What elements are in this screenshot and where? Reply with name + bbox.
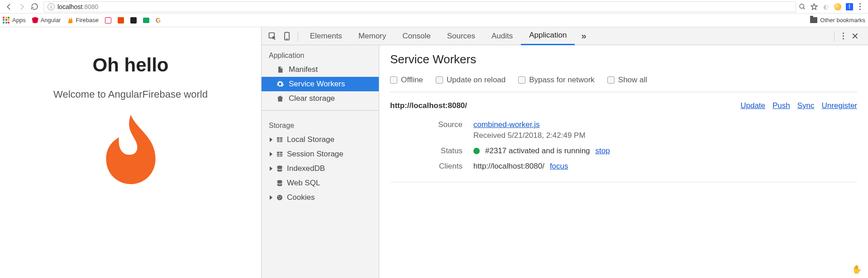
service-workers-panel: Service Workers Offline Update on reload…: [379, 45, 868, 278]
browser-menu-button[interactable]: [858, 1, 863, 12]
sw-row-source: Source combined-worker.js Received 5/21/…: [390, 120, 857, 140]
tab-memory[interactable]: Memory: [350, 27, 394, 45]
tab-console[interactable]: Console: [394, 27, 439, 45]
bookmark-6-icon: [130, 17, 137, 24]
sidebar-item-websql[interactable]: Web SQL: [262, 176, 379, 190]
expand-icon[interactable]: [270, 137, 272, 142]
checkbox[interactable]: [607, 76, 615, 84]
bookmark-7[interactable]: [143, 18, 149, 23]
sw-action-push[interactable]: Push: [773, 101, 790, 110]
application-sidebar: Application Manifest Service Workers Cle…: [262, 45, 379, 278]
sidebar-item-local-storage[interactable]: Local Storage: [262, 132, 379, 147]
folder-icon: [810, 17, 817, 23]
site-info-icon[interactable]: i: [48, 3, 55, 10]
bookmark-5[interactable]: [118, 17, 124, 24]
panel-options-row: Offline Update on reload Bypass for netw…: [390, 73, 857, 92]
bookmark-8[interactable]: G: [156, 17, 161, 24]
trash-icon: [276, 94, 284, 103]
ext-icon-3[interactable]: !: [846, 3, 853, 10]
sidebar-item-cookies[interactable]: Cookies: [262, 190, 379, 205]
main-area: Oh hello Welcome to AngularFirebase worl…: [0, 27, 868, 278]
sidebar-item-label: Clear storage: [289, 94, 335, 103]
sidebar-item-indexeddb[interactable]: IndexedDB: [262, 161, 379, 176]
nav-right-icons: ◐ !: [799, 1, 865, 12]
apps-icon: [3, 17, 10, 24]
inspect-element-button[interactable]: [265, 29, 280, 43]
flame-icon: [101, 114, 160, 186]
panel-title: Service Workers: [390, 52, 857, 66]
bookmarks-bar: Apps Angular Firebase G Other bookmarks: [0, 14, 868, 27]
firebase-icon: [67, 17, 73, 24]
bookmark-4-icon: [105, 17, 111, 24]
sidebar-section-storage: Storage: [262, 115, 379, 132]
tab-sources[interactable]: Sources: [439, 27, 483, 45]
browser-nav-bar: i localhost:8080 ◐ !: [0, 0, 868, 14]
option-label: Update on reload: [447, 75, 506, 85]
tab-audits[interactable]: Audits: [483, 27, 521, 45]
devtools-tab-bar: Elements Memory Console Sources Audits A…: [262, 27, 868, 45]
bookmark-firebase[interactable]: Firebase: [67, 17, 99, 24]
devtools: Elements Memory Console Sources Audits A…: [261, 27, 868, 278]
devtools-menu-button[interactable]: [841, 31, 846, 41]
sw-action-update[interactable]: Update: [740, 101, 765, 110]
devtools-close-button[interactable]: ✕: [849, 31, 862, 42]
option-show-all[interactable]: Show all: [607, 75, 647, 85]
bookmark-5-icon: [118, 17, 124, 24]
right-separator: [834, 31, 835, 41]
cookie-icon: [276, 194, 283, 201]
sw-status-stop[interactable]: stop: [596, 146, 610, 155]
option-bypass-for-network[interactable]: Bypass for network: [518, 75, 595, 85]
sidebar-item-label: Cookies: [287, 193, 315, 202]
star-icon[interactable]: [811, 3, 818, 10]
reload-button[interactable]: [28, 0, 41, 13]
page-content: Oh hello Welcome to AngularFirebase worl…: [0, 27, 261, 278]
back-button[interactable]: [3, 0, 15, 13]
row-label: Source: [390, 120, 463, 129]
option-label: Offline: [401, 75, 423, 85]
svg-point-0: [800, 4, 804, 8]
devtools-body: Application Manifest Service Workers Cle…: [262, 45, 868, 278]
sidebar-divider: [262, 110, 379, 111]
expand-icon[interactable]: [270, 152, 272, 156]
sw-action-sync[interactable]: Sync: [797, 101, 815, 110]
sidebar-item-label: Manifest: [289, 65, 318, 74]
bookmark-4[interactable]: [105, 17, 111, 24]
sw-source-file[interactable]: combined-worker.js: [473, 120, 586, 129]
checkbox[interactable]: [390, 76, 397, 84]
option-offline[interactable]: Offline: [390, 75, 423, 85]
ext-icon-1[interactable]: ◐: [822, 3, 830, 10]
sidebar-item-manifest[interactable]: Manifest: [262, 62, 379, 77]
expand-icon[interactable]: [270, 166, 272, 171]
sw-source-received: Received 5/21/2018, 2:42:49 PM: [473, 131, 586, 140]
sidebar-item-session-storage[interactable]: Session Storage: [262, 147, 379, 161]
tabs-overflow-button[interactable]: »: [575, 31, 592, 41]
bookmarks-apps[interactable]: Apps: [3, 17, 26, 24]
option-update-on-reload[interactable]: Update on reload: [436, 75, 506, 85]
sidebar-item-label: Service Workers: [289, 80, 345, 89]
sw-client-focus[interactable]: focus: [550, 162, 568, 171]
checkbox[interactable]: [436, 76, 443, 84]
tab-application[interactable]: Application: [521, 27, 575, 45]
angular-icon: [32, 17, 38, 24]
svg-point-10: [280, 197, 281, 198]
address-bar[interactable]: i localhost:8080: [43, 1, 796, 12]
device-toggle-button[interactable]: [280, 29, 294, 43]
sidebar-item-label: Web SQL: [287, 179, 320, 188]
service-worker-header: http://localhost:8080/ Update Push Sync …: [390, 101, 857, 110]
option-label: Bypass for network: [529, 75, 595, 85]
bookmark-6[interactable]: [130, 17, 137, 24]
sidebar-item-service-workers[interactable]: Service Workers: [262, 77, 379, 91]
sidebar-item-clear-storage[interactable]: Clear storage: [262, 91, 379, 106]
bookmark-angular[interactable]: Angular: [32, 17, 61, 24]
database-icon: [276, 179, 283, 187]
other-bookmarks[interactable]: Other bookmarks: [810, 17, 865, 24]
tab-elements[interactable]: Elements: [302, 27, 350, 45]
forward-button[interactable]: [15, 0, 28, 13]
sw-action-unregister[interactable]: Unregister: [822, 101, 857, 110]
hand-cursor-icon: ✋: [852, 264, 862, 274]
gear-icon: [276, 80, 284, 88]
ext-icon-2[interactable]: [834, 3, 841, 10]
zoom-icon[interactable]: [799, 3, 806, 10]
expand-icon[interactable]: [270, 195, 272, 200]
checkbox[interactable]: [518, 76, 525, 84]
